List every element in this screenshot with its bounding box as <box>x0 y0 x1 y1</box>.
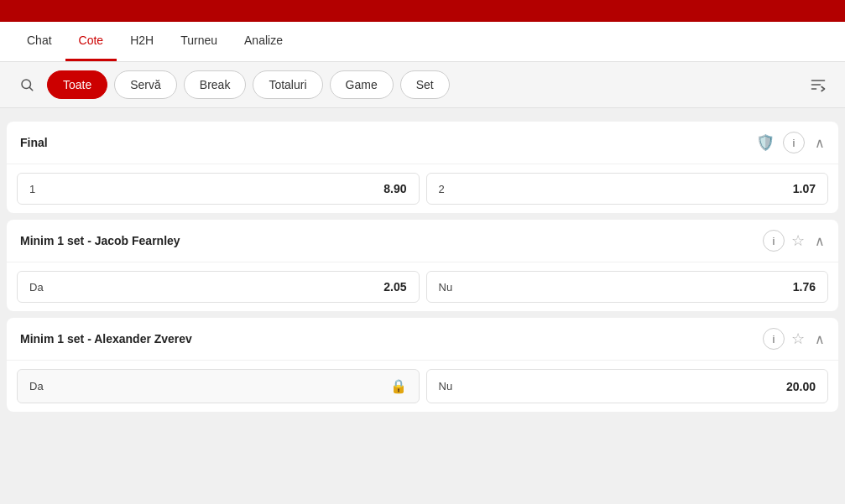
odds-cell-minim-1-set-fearnley-1[interactable]: Nu1.76 <box>426 271 829 303</box>
market-header-minim-1-set-fearnley: Minim 1 set - Jacob Fearnleyi☆∧ <box>7 220 838 262</box>
filter-game[interactable]: Game <box>330 70 394 99</box>
filter-set[interactable]: Set <box>400 70 450 99</box>
odds-value: 2.05 <box>383 280 406 294</box>
odds-cell-final-1[interactable]: 21.07 <box>426 173 829 205</box>
odds-label: 1 <box>29 183 35 195</box>
star-icon[interactable]: ☆ <box>791 231 805 250</box>
main-content: Final🛡️i∧18.9021.07Minim 1 set - Jacob F… <box>0 108 845 425</box>
market-minim-1-set-fearnley: Minim 1 set - Jacob Fearnleyi☆∧Da2.05Nu1… <box>7 220 838 311</box>
shield-icon[interactable]: 🛡️ <box>754 132 776 153</box>
odds-row-minim-1-set-zverev: Da🔒Nu20.00 <box>7 361 838 412</box>
market-minim-1-set-zverev: Minim 1 set - Alexander Zverevi☆∧Da🔒Nu20… <box>7 318 838 412</box>
tab-analize[interactable]: Analize <box>231 22 296 61</box>
odds-label: Nu <box>439 380 453 392</box>
tab-chat[interactable]: Chat <box>13 22 65 61</box>
search-icon[interactable] <box>13 71 40 98</box>
info-icon[interactable]: i <box>763 230 785 252</box>
filter-bar: ToateServăBreakTotaluriGameSet <box>0 62 845 108</box>
tab-turneu[interactable]: Turneu <box>167 22 231 61</box>
odds-cell-minim-1-set-fearnley-0[interactable]: Da2.05 <box>17 271 420 303</box>
collapse-icon[interactable]: ∧ <box>815 135 825 151</box>
odds-value: 1.07 <box>793 182 816 195</box>
odds-cell-minim-1-set-zverev-0: Da🔒 <box>17 369 420 403</box>
collapse-icon[interactable]: ∧ <box>815 233 825 249</box>
filter-toate[interactable]: Toate <box>47 70 107 99</box>
odds-value: 8.90 <box>383 182 406 195</box>
svg-line-1 <box>29 87 32 90</box>
odds-value: 20.00 <box>786 380 816 393</box>
tab-bar: ChatCoteH2HTurneuAnalize <box>0 22 845 62</box>
odds-cell-final-0[interactable]: 18.90 <box>17 173 420 205</box>
sort-icon[interactable] <box>805 71 832 98</box>
collapse-icon[interactable]: ∧ <box>815 331 825 347</box>
odds-cell-minim-1-set-zverev-1[interactable]: Nu20.00 <box>426 369 829 403</box>
info-icon[interactable]: i <box>783 132 805 153</box>
filter-serva[interactable]: Servă <box>114 70 177 99</box>
odds-label: Nu <box>439 281 453 294</box>
star-icon[interactable]: ☆ <box>791 330 805 348</box>
tab-h2h[interactable]: H2H <box>117 22 167 61</box>
odds-row-final: 18.9021.07 <box>7 164 838 213</box>
odds-label: Da <box>29 380 44 392</box>
svg-point-0 <box>22 80 31 89</box>
market-title-final: Final <box>20 136 754 149</box>
lock-icon: 🔒 <box>390 378 407 394</box>
info-icon[interactable]: i <box>763 328 785 350</box>
market-header-minim-1-set-zverev: Minim 1 set - Alexander Zverevi☆∧ <box>7 318 838 361</box>
odds-value: 1.76 <box>793 280 816 294</box>
market-title-minim-1-set-zverev: Minim 1 set - Alexander Zverev <box>20 332 763 346</box>
header <box>0 0 845 22</box>
market-header-final: Final🛡️i∧ <box>7 122 838 164</box>
market-title-minim-1-set-fearnley: Minim 1 set - Jacob Fearnley <box>20 234 763 247</box>
filter-break[interactable]: Break <box>184 70 247 99</box>
tab-cote[interactable]: Cote <box>65 22 117 61</box>
odds-label: 2 <box>439 183 445 195</box>
odds-row-minim-1-set-fearnley: Da2.05Nu1.76 <box>7 262 838 311</box>
market-final: Final🛡️i∧18.9021.07 <box>7 122 838 213</box>
filter-totaluri[interactable]: Totaluri <box>253 70 322 99</box>
odds-label: Da <box>29 281 44 294</box>
